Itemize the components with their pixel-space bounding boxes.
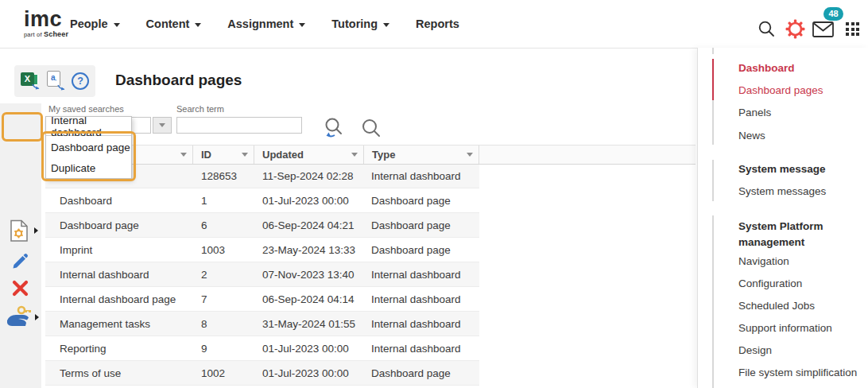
cell-id: 8 bbox=[193, 318, 254, 330]
cell-updated: 23-May-2024 13:33 bbox=[254, 244, 364, 256]
cell-id: 6 bbox=[193, 219, 254, 231]
logo-subtext: part of Scheer bbox=[24, 31, 68, 38]
cell-type: Internal dashboard bbox=[364, 170, 479, 182]
cell-title: Internal dashboard page bbox=[45, 293, 193, 305]
cell-id: 1003 bbox=[193, 244, 254, 256]
sidebar-group-dashboard[interactable]: Dashboard bbox=[738, 62, 795, 74]
imc-logo[interactable]: imc part of Scheer bbox=[24, 9, 68, 38]
cell-updated: 01-Jul-2023 00:00 bbox=[254, 343, 364, 355]
excel-export-icon[interactable]: X bbox=[21, 72, 40, 91]
column-header-id[interactable]: ID bbox=[193, 146, 254, 164]
cell-id: 2 bbox=[193, 269, 254, 281]
submenu-arrow-icon bbox=[34, 227, 38, 234]
export-document-icon[interactable]: a, bbox=[46, 71, 65, 91]
cell-type: Internal dashboard bbox=[364, 293, 479, 305]
table-body: Bookshelf 128653 11-Sep-2024 02:28 Inter… bbox=[45, 164, 479, 386]
menu-item-duplicate[interactable]: Duplicate bbox=[46, 158, 131, 178]
settings-gear-icon[interactable] bbox=[785, 19, 805, 39]
messages-envelope-icon[interactable] bbox=[812, 21, 834, 37]
menu-item-dashboard-page[interactable]: Dashboard page bbox=[46, 136, 131, 158]
table-row[interactable]: Reporting 9 01-Jul-2023 00:00 Internal d… bbox=[45, 336, 479, 361]
sidebar-item-file-system-simplification[interactable]: File system simplification bbox=[738, 367, 857, 378]
table-row[interactable]: Dashboard page 6 06-Sep-2024 04:21 Dashb… bbox=[45, 213, 479, 238]
sidebar-item-news[interactable]: News bbox=[738, 130, 765, 142]
cell-id: 9 bbox=[193, 343, 254, 355]
cell-type: Dashboard page bbox=[364, 244, 479, 256]
export-arrow-icon bbox=[57, 84, 67, 91]
edit-button[interactable] bbox=[10, 252, 29, 271]
sidebar-group-system-message[interactable]: System message bbox=[738, 163, 826, 175]
table-row[interactable]: Internal dashboard page 7 06-Sep-2024 04… bbox=[45, 287, 479, 312]
left-toolbar bbox=[0, 103, 41, 388]
table-row[interactable]: Dashboard 1 01-Jul-2023 00:00 Dashboard … bbox=[45, 188, 479, 213]
column-header-updated[interactable]: Updated bbox=[254, 146, 364, 164]
chevron-down-icon bbox=[195, 23, 201, 27]
sidebar-item-design[interactable]: Design bbox=[738, 344, 772, 356]
chevron-down-icon bbox=[383, 23, 389, 27]
hand-key-icon bbox=[5, 305, 33, 328]
saved-search-value[interactable]: Internal dashboard bbox=[46, 117, 131, 136]
table-row[interactable]: Management tasks 8 31-May-2024 01:55 Int… bbox=[45, 312, 479, 336]
cell-updated: 01-Jul-2023 00:00 bbox=[254, 195, 364, 207]
new-page-button[interactable] bbox=[9, 219, 29, 242]
cell-type: Dashboard page bbox=[364, 195, 479, 207]
help-icon[interactable]: ? bbox=[72, 72, 89, 90]
sidebar-item-navigation[interactable]: Navigation bbox=[738, 255, 789, 267]
apps-grid-icon[interactable] bbox=[846, 22, 859, 36]
main-nav: People Content Assignment Tutoring Repor… bbox=[70, 0, 459, 48]
rail-stub bbox=[712, 48, 714, 54]
delete-button[interactable] bbox=[11, 279, 29, 297]
filter-icon[interactable] bbox=[467, 153, 473, 157]
saved-searches-label: My saved searches bbox=[48, 104, 124, 114]
nav-people[interactable]: People bbox=[70, 17, 120, 30]
admin-sidebar: Dashboard Dashboard pages Panels News Sy… bbox=[697, 48, 868, 388]
column-header-type[interactable]: Type bbox=[364, 146, 479, 164]
cell-updated: 07-Nov-2023 13:40 bbox=[254, 269, 364, 281]
export-toolbox: X a, ? bbox=[14, 65, 95, 97]
sidebar-item-configuration[interactable]: Configuration bbox=[738, 277, 802, 289]
table-row[interactable]: Internal dashboard 2 07-Nov-2023 13:40 I… bbox=[45, 262, 479, 287]
table-row[interactable]: Terms of use 1002 01-Jul-2023 00:00 Dash… bbox=[45, 361, 479, 386]
delete-x-icon bbox=[11, 279, 29, 297]
filter-icon[interactable] bbox=[242, 153, 248, 157]
cell-id: 1 bbox=[193, 195, 254, 207]
cell-id: 1002 bbox=[193, 367, 254, 379]
cell-type: Dashboard page bbox=[364, 219, 479, 231]
cell-id: 128653 bbox=[193, 170, 254, 182]
cell-updated: 31-May-2024 01:55 bbox=[254, 318, 364, 330]
cell-title: Dashboard page bbox=[45, 219, 193, 231]
nav-reports[interactable]: Reports bbox=[416, 17, 459, 30]
rail bbox=[712, 160, 714, 201]
search-run-icon[interactable] bbox=[359, 118, 383, 140]
filter-icon[interactable] bbox=[351, 153, 358, 157]
cell-updated: 11-Sep-2024 02:28 bbox=[254, 170, 364, 182]
saved-search-run-icon[interactable] bbox=[321, 116, 348, 140]
search-icon[interactable] bbox=[758, 20, 776, 38]
chevron-down-icon bbox=[159, 123, 165, 127]
chevron-down-icon bbox=[114, 23, 120, 27]
cell-updated: 06-Sep-2024 04:21 bbox=[254, 219, 364, 231]
cell-updated: 06-Sep-2024 04:14 bbox=[254, 293, 364, 305]
handover-button[interactable] bbox=[5, 305, 33, 328]
rail bbox=[712, 100, 714, 145]
filter-icon[interactable] bbox=[180, 153, 187, 157]
column-header-empty bbox=[479, 146, 696, 164]
table-row[interactable]: Imprint 1003 23-May-2024 13:33 Dashboard… bbox=[45, 238, 479, 262]
nav-tutoring[interactable]: Tutoring bbox=[331, 17, 389, 30]
export-arrow-icon bbox=[32, 83, 41, 91]
page-title: Dashboard pages bbox=[115, 72, 242, 89]
nav-content[interactable]: Content bbox=[146, 17, 202, 30]
sidebar-item-support-information[interactable]: Support information bbox=[738, 322, 832, 334]
nav-assignment[interactable]: Assignment bbox=[227, 17, 305, 30]
search-term-input[interactable] bbox=[176, 117, 302, 134]
cell-title: Reporting bbox=[45, 343, 193, 355]
sidebar-item-dashboard-pages[interactable]: Dashboard pages bbox=[738, 84, 823, 96]
cell-id: 7 bbox=[193, 293, 254, 305]
table-header: ID Updated Type bbox=[45, 145, 696, 165]
saved-searches-dropdown-button[interactable] bbox=[153, 117, 172, 134]
sidebar-item-panels[interactable]: Panels bbox=[738, 107, 771, 118]
sidebar-item-scheduled-jobs[interactable]: Scheduled Jobs bbox=[738, 300, 815, 312]
rail-active bbox=[712, 59, 714, 100]
sidebar-group-system-platform-management[interactable]: System Platform management bbox=[738, 219, 858, 250]
sidebar-item-system-messages[interactable]: System messages bbox=[738, 185, 826, 197]
